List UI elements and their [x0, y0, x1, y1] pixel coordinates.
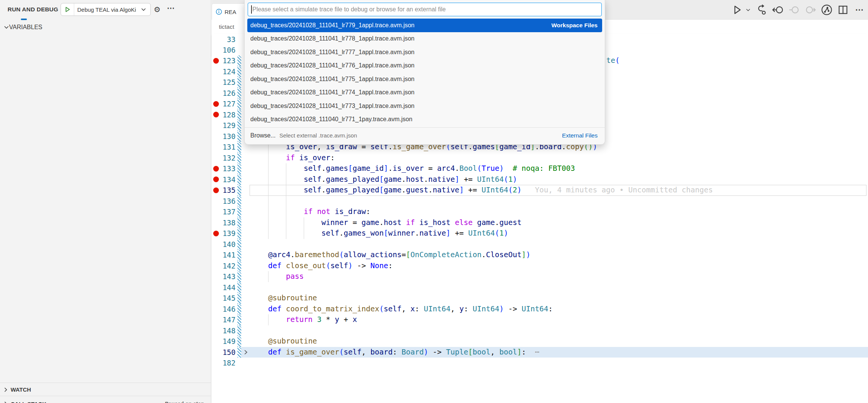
code-line-134[interactable]: 134 self.games_played[game.host.native] … [212, 174, 868, 185]
breakpoint-icon[interactable] [213, 166, 219, 172]
code-line-148[interactable]: 148 [212, 325, 868, 336]
code-text[interactable]: self.games_won[winner.native] += UInt64(… [250, 228, 868, 239]
line-number[interactable]: 146 [220, 304, 236, 315]
code-line-137[interactable]: 137 if not is_draw: [212, 206, 868, 217]
code-line-144[interactable]: 144 [212, 282, 868, 293]
line-number[interactable]: 145 [220, 293, 236, 304]
fold-gutter[interactable] [241, 358, 250, 369]
code-text[interactable]: winner = game.host if is_host else game.… [250, 217, 868, 228]
line-number[interactable]: 142 [220, 261, 236, 272]
more-actions-icon[interactable]: ⋯ [167, 3, 175, 12]
breakpoint-gutter[interactable] [212, 55, 220, 66]
code-text[interactable]: @subroutine [250, 336, 868, 347]
code-line-149[interactable]: 149 @subroutine [212, 336, 868, 347]
fold-gutter[interactable] [241, 261, 250, 272]
line-number[interactable]: 149 [220, 336, 236, 347]
line-number[interactable]: 140 [220, 239, 236, 250]
code-line-143[interactable]: 143 pass [212, 271, 868, 282]
breakpoint-gutter[interactable] [212, 206, 220, 217]
code-line-140[interactable]: 140 [212, 239, 868, 250]
breakpoint-gutter[interactable] [212, 271, 220, 282]
line-number[interactable]: 106 [220, 45, 236, 55]
line-number[interactable]: 147 [220, 314, 236, 325]
run-icon[interactable] [731, 3, 744, 16]
code-text[interactable]: self.games_played[game.guest.native] += … [250, 185, 868, 196]
more-actions-icon[interactable]: ⋯ [853, 3, 866, 16]
breakpoint-icon[interactable] [213, 58, 219, 64]
code-line-142[interactable]: 142 def close_out(self) -> None: [212, 261, 868, 272]
debug-trace-icon[interactable] [755, 3, 768, 16]
breakpoint-gutter[interactable] [212, 239, 220, 250]
line-number[interactable]: 148 [220, 325, 236, 336]
quickpick-item[interactable]: debug_traces/20241028_111041_lr775_1appl… [247, 72, 602, 86]
line-number[interactable]: 130 [220, 131, 236, 142]
line-number[interactable]: 135 [220, 185, 236, 196]
fold-gutter[interactable] [241, 174, 250, 185]
line-number[interactable]: 182 [220, 358, 236, 369]
fold-gutter[interactable] [241, 153, 250, 164]
breakpoint-icon[interactable] [213, 187, 219, 193]
fold-gutter[interactable] [241, 293, 250, 304]
fold-gutter[interactable] [241, 239, 250, 250]
breakpoint-gutter[interactable] [212, 250, 220, 261]
breakpoint-icon[interactable] [213, 231, 219, 236]
section-watch[interactable]: WATCH [0, 383, 211, 396]
split-editor-icon[interactable] [837, 3, 849, 16]
line-number[interactable]: 128 [220, 109, 236, 120]
fold-gutter[interactable] [241, 163, 250, 174]
fold-gutter[interactable] [241, 347, 250, 358]
code-text[interactable]: @subroutine [250, 293, 868, 304]
quickpick-item[interactable]: debug_traces/20241028_111041_lr776_1appl… [247, 59, 602, 73]
breakpoint-gutter[interactable] [212, 347, 220, 358]
code-text[interactable] [250, 239, 868, 250]
quickpick-browse-item[interactable]: Browse... Select external .trace.avm.jso… [247, 129, 602, 142]
code-text[interactable]: return 3 * y + x [250, 314, 868, 325]
breakpoint-gutter[interactable] [212, 45, 220, 55]
code-line-146[interactable]: 146 def coord_to_matrix_index(self, x: U… [212, 304, 868, 315]
breakpoint-gutter[interactable] [212, 314, 220, 325]
reverse-continue-icon[interactable] [788, 3, 801, 16]
line-number[interactable]: 131 [220, 142, 236, 153]
code-line-145[interactable]: 145 @subroutine [212, 293, 868, 304]
breakpoint-gutter[interactable] [212, 77, 220, 88]
start-debug-button[interactable] [61, 3, 74, 16]
fold-gutter[interactable] [241, 250, 250, 261]
line-number[interactable]: 136 [220, 196, 236, 207]
line-number[interactable]: 124 [220, 66, 236, 77]
line-number[interactable]: 134 [220, 174, 236, 185]
section-call-stack[interactable]: CALL STACK Paused on step [0, 396, 211, 403]
code-line-133[interactable]: 133 self.games[game_id].is_over = arc4.B… [212, 163, 868, 174]
breakpoint-gutter[interactable] [212, 34, 220, 45]
quickpick-item[interactable]: debug_traces/20241028_111041_lr774_1appl… [247, 86, 602, 100]
fold-gutter[interactable] [241, 217, 250, 228]
code-line-150[interactable]: 150 def is_game_over(self, board: Board)… [212, 347, 868, 358]
code-line-182[interactable]: 182 [212, 358, 868, 369]
code-line-136[interactable]: 136 [212, 196, 868, 207]
breakpoint-gutter[interactable] [212, 142, 220, 153]
fold-gutter[interactable] [241, 314, 250, 325]
breakpoint-gutter[interactable] [212, 120, 220, 131]
fold-gutter[interactable] [241, 271, 250, 282]
breakpoint-gutter[interactable] [212, 196, 220, 207]
quickpick-item[interactable]: debug_traces/20241028_111041_lr778_1appl… [247, 32, 602, 46]
code-text[interactable]: def close_out(self) -> None: [250, 261, 868, 272]
code-text[interactable] [250, 282, 868, 293]
fold-gutter[interactable] [241, 206, 250, 217]
fold-gutter[interactable] [241, 282, 250, 293]
quickpick-item[interactable]: debug_traces/20241028_111040_lr771_1pay.… [247, 113, 602, 127]
code-line-132[interactable]: 132 if is_over: [212, 153, 868, 164]
breakpoint-gutter[interactable] [212, 217, 220, 228]
step-forward-icon[interactable] [804, 3, 817, 16]
code-line-147[interactable]: 147 return 3 * y + x [212, 314, 868, 325]
line-number[interactable]: 123 [220, 55, 236, 66]
fold-gutter[interactable] [241, 228, 250, 239]
gear-icon[interactable]: ⚙ [154, 5, 161, 14]
breakpoint-gutter[interactable] [212, 88, 220, 99]
breakpoint-gutter[interactable] [212, 261, 220, 272]
code-text[interactable] [250, 358, 868, 369]
code-line-138[interactable]: 138 winner = game.host if is_host else g… [212, 217, 868, 228]
code-text[interactable] [250, 325, 868, 336]
breakpoint-icon[interactable] [213, 112, 219, 117]
fold-gutter[interactable] [241, 185, 250, 196]
breakpoint-gutter[interactable] [212, 336, 220, 347]
